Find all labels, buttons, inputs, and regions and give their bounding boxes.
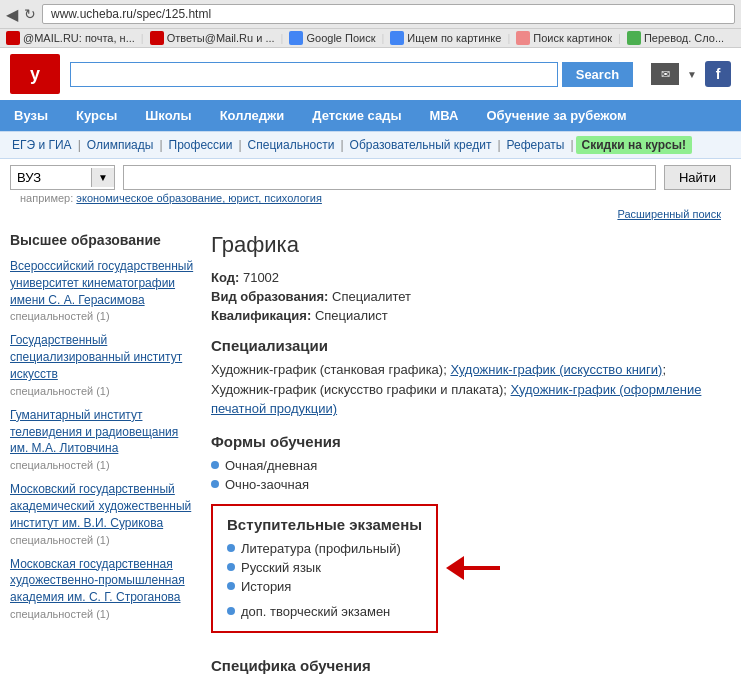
logo[interactable]: у bbox=[10, 54, 60, 94]
facebook-icon[interactable]: f bbox=[705, 61, 731, 87]
type-select[interactable]: ВУЗ Курсы Школы Колледжи bbox=[11, 166, 91, 189]
exams-title: Вступительные экзамены bbox=[227, 516, 422, 533]
sidebar-item: Государственный специализированный инсти… bbox=[10, 332, 195, 396]
specializations-title: Специализации bbox=[211, 337, 731, 354]
mail-icon bbox=[150, 31, 164, 45]
header-search-button[interactable]: Search bbox=[562, 62, 633, 87]
sidebar-item: Московский государственный академический… bbox=[10, 481, 195, 545]
sidebar-count-1: специальностей (1) bbox=[10, 385, 195, 397]
main-nav: Вузы Курсы Школы Колледжи Детские сады М… bbox=[0, 100, 741, 131]
sidebar-item: Всероссийский государственный университе… bbox=[10, 258, 195, 322]
sec-nav-ege[interactable]: ЕГЭ и ГИА bbox=[8, 138, 76, 152]
forms-title: Формы обучения bbox=[211, 433, 731, 450]
bullet-icon bbox=[227, 563, 235, 571]
mail-icon bbox=[6, 31, 20, 45]
nav-abroad[interactable]: Обучение за рубежом bbox=[472, 100, 640, 131]
google-icon bbox=[289, 31, 303, 45]
sec-nav-skidki[interactable]: Скидки на курсы! bbox=[576, 136, 692, 154]
nav-detsad[interactable]: Детские сады bbox=[298, 100, 415, 131]
secondary-nav: ЕГЭ и ГИА | Олимпиады | Профессии | Спец… bbox=[0, 131, 741, 159]
back-button[interactable]: ◀ bbox=[6, 5, 18, 24]
specializations-text: Художник-график (станковая графика); Худ… bbox=[211, 360, 731, 419]
form-item-1: Очно-заочная bbox=[211, 475, 731, 494]
sidebar-link-4[interactable]: Московская государственная художественно… bbox=[10, 556, 195, 606]
specifics-title: Специфика обучения bbox=[211, 657, 731, 674]
sidebar-link-0[interactable]: Всероссийский государственный университе… bbox=[10, 258, 195, 308]
sidebar-count-4: специальностей (1) bbox=[10, 608, 195, 620]
main-content: Высшее образование Всероссийский государ… bbox=[0, 222, 741, 684]
sidebar-link-2[interactable]: Гуманитарный институт телевидения и ради… bbox=[10, 407, 195, 457]
exams-list: Литература (профильный) Русский язык Ист… bbox=[227, 539, 422, 621]
bullet-icon bbox=[227, 607, 235, 615]
bookmark-mail2[interactable]: Ответы@Mail.Ru и ... bbox=[150, 31, 275, 45]
bullet-icon bbox=[227, 582, 235, 590]
qualification-row: Квалификация: Специалист bbox=[211, 308, 731, 323]
content-area: Графика Код: 71002 Вид образования: Спец… bbox=[211, 232, 731, 674]
select-arrow-icon[interactable]: ▼ bbox=[91, 168, 114, 187]
bookmark-sep2: | bbox=[281, 32, 284, 44]
bullet-icon bbox=[227, 544, 235, 552]
site-header: у Search ✉ ▼ f bbox=[0, 48, 741, 100]
nav-vuzy[interactable]: Вузы bbox=[0, 100, 62, 131]
email-icon[interactable]: ✉ bbox=[651, 63, 679, 85]
sec-nav-spec[interactable]: Специальности bbox=[244, 138, 339, 152]
translate-icon bbox=[627, 31, 641, 45]
bookmark-sep5: | bbox=[618, 32, 621, 44]
exam-item-0: Литература (профильный) bbox=[227, 539, 422, 558]
advanced-search-link[interactable]: Расширенный поиск bbox=[617, 208, 721, 220]
nav-mba[interactable]: МВА bbox=[416, 100, 473, 131]
email-arrow[interactable]: ▼ bbox=[687, 69, 697, 80]
edu-type-row: Вид образования: Специалитет bbox=[211, 289, 731, 304]
advanced-search: Расширенный поиск bbox=[10, 206, 731, 222]
forms-list: Очная/дневная Очно-заочная bbox=[211, 456, 731, 494]
find-button[interactable]: Найти bbox=[664, 165, 731, 190]
sec-nav-kredit[interactable]: Образовательный кредит bbox=[346, 138, 496, 152]
refresh-button[interactable]: ↻ bbox=[24, 6, 36, 22]
bookmark-google2[interactable]: Ищем по картинке bbox=[390, 31, 501, 45]
bookmark-sep4: | bbox=[507, 32, 510, 44]
header-search-input[interactable] bbox=[70, 62, 558, 87]
arrow-head-icon bbox=[446, 556, 464, 580]
header-icons: ✉ ▼ f bbox=[651, 61, 731, 87]
red-arrow bbox=[446, 556, 500, 580]
sec-nav-prof[interactable]: Профессии bbox=[165, 138, 237, 152]
search-icon bbox=[516, 31, 530, 45]
bookmark-google1[interactable]: Google Поиск bbox=[289, 31, 375, 45]
search-row: ВУЗ Курсы Школы Колледжи ▼ Найти наприме… bbox=[0, 159, 741, 222]
exam-item-3: доп. творческий экзамен bbox=[227, 602, 422, 621]
google-icon bbox=[390, 31, 404, 45]
main-search-input[interactable] bbox=[123, 165, 656, 190]
sidebar: Высшее образование Всероссийский государ… bbox=[10, 232, 195, 674]
nav-shkoly[interactable]: Школы bbox=[131, 100, 205, 131]
bookmark-sep1: | bbox=[141, 32, 144, 44]
sec-nav-ref[interactable]: Рефераты bbox=[503, 138, 569, 152]
nav-kursy[interactable]: Курсы bbox=[62, 100, 131, 131]
exams-box: Вступительные экзамены Литература (профи… bbox=[211, 504, 438, 633]
bookmark-mail1[interactable]: @MAIL.RU: почта, н... bbox=[6, 31, 135, 45]
hint-link[interactable]: экономическое образование, юрист, психол… bbox=[76, 192, 322, 204]
sidebar-link-3[interactable]: Московский государственный академический… bbox=[10, 481, 195, 531]
exams-section: Вступительные экзамены Литература (профи… bbox=[211, 494, 438, 643]
sidebar-count-2: специальностей (1) bbox=[10, 459, 195, 471]
sidebar-item: Гуманитарный институт телевидения и ради… bbox=[10, 407, 195, 471]
nav-kolledzhi[interactable]: Колледжи bbox=[206, 100, 299, 131]
search-hint: например: экономическое образование, юри… bbox=[10, 190, 731, 206]
sidebar-title: Высшее образование bbox=[10, 232, 195, 248]
header-search-area: Search bbox=[70, 62, 633, 87]
bookmark-search[interactable]: Поиск картинок bbox=[516, 31, 612, 45]
sidebar-link-1[interactable]: Государственный специализированный инсти… bbox=[10, 332, 195, 382]
exam-item-2: История bbox=[227, 577, 422, 596]
bookmark-translate[interactable]: Перевод. Сло... bbox=[627, 31, 724, 45]
code-row: Код: 71002 bbox=[211, 270, 731, 285]
page-title: Графика bbox=[211, 232, 731, 258]
spec-link-1[interactable]: Художник-график (искусство книги) bbox=[450, 362, 662, 377]
sidebar-count-0: специальностей (1) bbox=[10, 310, 195, 322]
address-bar[interactable]: www.ucheba.ru/spec/125.html bbox=[42, 4, 735, 24]
sidebar-item: Московская государственная художественно… bbox=[10, 556, 195, 620]
bookmark-sep3: | bbox=[381, 32, 384, 44]
type-select-wrapper: ВУЗ Курсы Школы Колледжи ▼ bbox=[10, 165, 115, 190]
sec-nav-olymp[interactable]: Олимпиады bbox=[83, 138, 158, 152]
form-item-0: Очная/дневная bbox=[211, 456, 731, 475]
browser-chrome: ◀ ↻ www.ucheba.ru/spec/125.html bbox=[0, 0, 741, 29]
exam-item-1: Русский язык bbox=[227, 558, 422, 577]
